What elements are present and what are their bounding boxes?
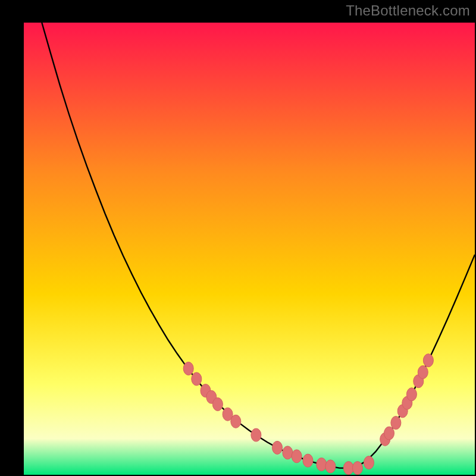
curve-marker [212,397,223,411]
curve-marker [343,462,353,475]
curve-marker [317,458,327,471]
curve-marker [303,454,313,467]
curve-marker [391,416,401,430]
curve-marker [364,456,374,469]
curve-marker [292,450,302,463]
chart-frame: TheBottleneck.com [0,0,476,476]
curve-marker [325,460,336,473]
curve-marker [231,415,241,428]
curve-marker [418,366,428,379]
curve-marker [251,428,261,441]
curve-marker [183,362,193,375]
chart-svg [24,23,475,475]
chart-plot-area [24,23,475,475]
curve-marker [406,388,416,401]
curve-marker [273,441,283,454]
curve-marker [283,446,293,459]
curve-marker [352,462,362,475]
curve-marker [423,354,433,367]
watermark-text: TheBottleneck.com [346,2,470,19]
curve-marker [192,372,202,386]
curve-marker [384,427,394,440]
